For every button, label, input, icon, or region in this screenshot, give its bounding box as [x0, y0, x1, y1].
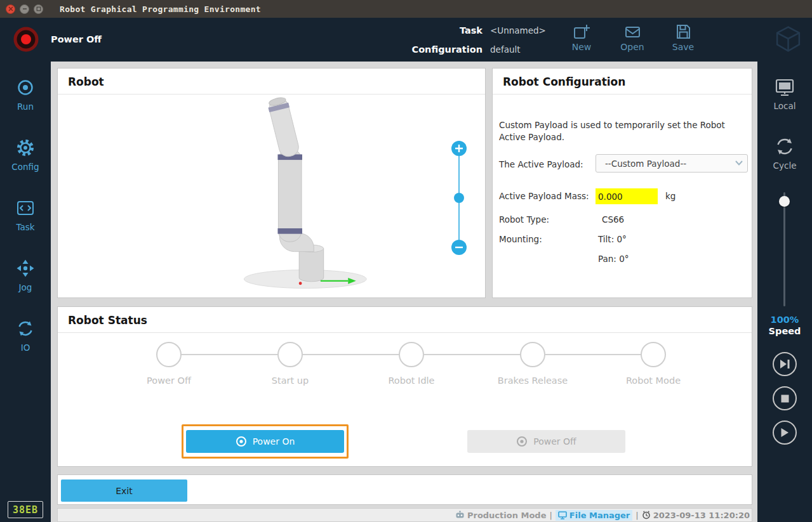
code-task-icon: [16, 199, 35, 218]
zoom-slider-handle[interactable]: [454, 193, 464, 203]
robot-type-value: CS66: [602, 214, 624, 225]
exit-button[interactable]: Exit: [61, 480, 187, 502]
window-close-button[interactable]: [6, 4, 15, 14]
power-state-icon: [13, 26, 39, 53]
power-status-text: Power Off: [51, 34, 102, 44]
power-off-button[interactable]: Power Off: [467, 430, 625, 453]
step-run-button[interactable]: [773, 352, 797, 376]
payload-description: Custom Payload is used to temporarily se…: [499, 119, 744, 143]
window-maximize-button[interactable]: [34, 4, 43, 14]
system-clock: 2023-09-13 11:20:20: [642, 511, 750, 520]
sidebar-item-label: Jog: [19, 282, 32, 292]
open-task-button[interactable]: Open: [612, 23, 653, 52]
close-icon: [8, 6, 13, 11]
zoom-out-button[interactable]: [451, 240, 467, 255]
cycle-mode-button[interactable]: Cycle: [757, 136, 812, 171]
new-file-icon: [573, 23, 590, 40]
right-control-sidebar: Local Cycle 100% Speed: [757, 62, 812, 522]
speed-slider-track: [783, 192, 785, 306]
step-label-start-up: Start up: [236, 375, 344, 386]
file-manager-button[interactable]: File Manager: [556, 510, 632, 521]
datetime-text: 2023-09-13 11:20:20: [653, 511, 750, 520]
speed-percentage: 100%: [757, 315, 812, 325]
step-label-robot-mode: Robot Mode: [599, 375, 707, 386]
robot-configuration-panel: Robot Configuration Custom Payload is us…: [492, 68, 752, 298]
brand-cube-logo[interactable]: [773, 25, 803, 54]
power-off-icon: [516, 436, 528, 447]
sidebar-item-config[interactable]: Config: [0, 138, 51, 172]
open-file-icon: [624, 23, 641, 40]
cycle-label: Cycle: [773, 160, 797, 171]
payload-mass-unit: kg: [665, 191, 676, 201]
window-title: Robot Graphical Programming Environment: [60, 4, 261, 14]
chevron-down-icon: [735, 160, 743, 166]
window-titlebar: Robot Graphical Programming Environment: [0, 0, 812, 18]
step-label-robot-idle: Robot Idle: [357, 375, 465, 386]
robot-type-label: Robot Type:: [499, 214, 549, 225]
speed-label: Speed: [757, 326, 812, 336]
sidebar-item-run[interactable]: Run: [0, 78, 51, 112]
new-button-label: New: [572, 42, 592, 52]
gear-icon: [16, 138, 35, 157]
step-circle-robot-idle: [399, 342, 424, 367]
app-header: Power Off Task <Unnamed> Configuration d…: [0, 18, 812, 62]
step-play-icon: [778, 359, 791, 369]
file-manager-label: File Manager: [569, 511, 630, 520]
maximize-icon: [36, 6, 41, 11]
robot-panel-title: Robot: [58, 69, 485, 95]
step-circle-power-off: [156, 342, 182, 367]
main-content: Robot Robot Configura: [51, 62, 757, 522]
power-off-label: Power Off: [533, 436, 576, 447]
speed-slider-handle[interactable]: [779, 196, 790, 207]
step-circle-robot-mode: [641, 342, 666, 367]
save-floppy-icon: [675, 23, 692, 40]
task-value: <Unnamed>: [490, 25, 546, 36]
robot-status-panel: Robot Status Power Off Start up Robot Id…: [57, 306, 752, 467]
step-circle-start-up: [277, 342, 303, 367]
active-payload-label: The Active Payload:: [499, 159, 583, 169]
cycle-arrows-icon: [774, 136, 795, 157]
active-payload-selected-value: --Custom Payload--: [605, 159, 686, 169]
robot-3d-view[interactable]: [204, 94, 401, 296]
new-task-button[interactable]: New: [561, 23, 602, 52]
production-mode-robot-icon: [455, 511, 465, 519]
payload-mass-input[interactable]: [596, 188, 658, 204]
statusbar-separator: |: [549, 511, 552, 520]
step-label-power-off: Power Off: [115, 375, 223, 386]
robot-panel: Robot: [57, 68, 486, 298]
robot-status-title: Robot Status: [58, 307, 752, 333]
run-icon: [16, 78, 35, 97]
step-label-brakes-release: Brakes Release: [479, 375, 587, 386]
sidebar-item-label: Config: [11, 162, 39, 172]
sidebar-item-label: Task: [16, 222, 34, 232]
open-button-label: Open: [620, 42, 644, 52]
sidebar-item-io[interactable]: IO: [0, 319, 51, 353]
left-nav-sidebar: Run Config Task Jog IO: [0, 62, 51, 522]
production-mode-indicator[interactable]: Production Mode: [455, 511, 547, 520]
configuration-label: Configuration: [381, 44, 483, 55]
jog-move-icon: [16, 259, 35, 278]
power-on-button[interactable]: Power On: [186, 430, 344, 453]
save-task-button[interactable]: Save: [663, 23, 703, 52]
task-config-info: Task <Unnamed> Configuration default: [381, 21, 546, 59]
minimize-icon: [22, 6, 27, 11]
step-circle-brakes-release: [520, 342, 545, 367]
task-row: Task <Unnamed>: [381, 21, 546, 40]
zoom-in-button[interactable]: [451, 141, 467, 156]
sidebar-item-jog[interactable]: Jog: [0, 259, 51, 292]
payload-mass-label: Active Payload Mass:: [499, 191, 589, 201]
plus-icon: [455, 145, 463, 152]
window-minimize-button[interactable]: [20, 4, 29, 14]
configuration-value: default: [490, 44, 521, 55]
exit-panel: Exit: [57, 474, 752, 505]
save-button-label: Save: [672, 42, 694, 52]
active-payload-dropdown[interactable]: --Custom Payload--: [596, 154, 748, 173]
local-screen-icon: [775, 78, 795, 97]
window-controls: [6, 4, 43, 14]
task-label: Task: [381, 25, 483, 36]
stop-button[interactable]: [773, 386, 797, 410]
bottom-status-bar: Production Mode | File Manager | 2023-09…: [57, 508, 752, 522]
play-button[interactable]: [773, 421, 797, 445]
sidebar-item-task[interactable]: Task: [0, 199, 51, 232]
local-mode-button[interactable]: Local: [757, 78, 812, 111]
